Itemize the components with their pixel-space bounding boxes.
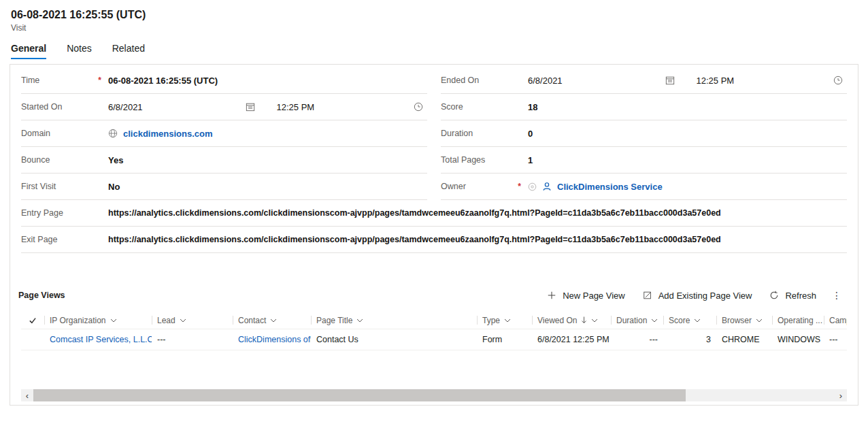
owner-link[interactable]: ClickDimensions Service <box>557 182 663 192</box>
page-title: 06-08-2021 16:25:55 (UTC) <box>11 9 857 21</box>
refresh-icon <box>769 291 779 300</box>
chevron-down-icon[interactable] <box>110 318 117 323</box>
column-header-type[interactable]: Type <box>477 312 532 329</box>
chevron-down-icon[interactable] <box>356 318 363 323</box>
visit-form: Time * 06-08-2021 16:25:55 (UTC) Started… <box>10 65 858 253</box>
field-total-pages: Total Pages 1 <box>441 147 847 174</box>
field-bounce: Bounce Yes <box>21 147 427 174</box>
field-label-domain: Domain <box>21 129 50 138</box>
checkmark-icon <box>29 316 37 325</box>
horizontal-scrollbar: ‹ › <box>21 389 847 401</box>
record-status-icon <box>528 182 537 191</box>
total-pages-value[interactable]: 1 <box>528 155 847 165</box>
chevron-down-icon[interactable] <box>651 318 658 323</box>
chevron-down-icon[interactable] <box>180 318 186 323</box>
select-all-column[interactable] <box>21 312 44 329</box>
column-header-page-title[interactable]: Page Title <box>311 312 477 329</box>
started-on-time-input[interactable]: 12:25 PM <box>277 102 428 112</box>
started-on-time-value[interactable]: 12:25 PM <box>277 102 315 112</box>
ended-on-time-value[interactable]: 12:25 PM <box>697 76 735 86</box>
field-exit-page: Exit Page https://analytics.clickdimensi… <box>21 227 847 253</box>
grid-empty-space <box>21 350 847 389</box>
new-page-view-button[interactable]: New Page View <box>539 288 633 303</box>
record-type-label: Visit <box>11 23 857 33</box>
field-score: Score 18 <box>441 94 847 120</box>
grid-header-row: IP Organization Lead Contact Page Title … <box>21 312 847 329</box>
field-label-time: Time <box>21 76 39 85</box>
contact-link[interactable]: ClickDimensions off <box>238 335 311 344</box>
field-label-started-on: Started On <box>21 102 62 112</box>
form-column-left: Time * 06-08-2021 16:25:55 (UTC) Started… <box>21 67 427 200</box>
column-header-campaign[interactable]: Campa <box>824 312 847 329</box>
page-views-title: Page Views <box>18 291 65 300</box>
column-header-operating-system[interactable]: Operating ... <box>772 312 824 329</box>
score-cell: 3 <box>706 335 711 344</box>
page-view-row[interactable]: Comcast IP Services, L.L.C. --- ClickDim… <box>21 329 847 350</box>
chevron-down-icon[interactable] <box>694 318 701 323</box>
duration-cell: --- <box>650 335 658 344</box>
column-header-ip-organization[interactable]: IP Organization <box>44 312 152 329</box>
column-header-duration[interactable]: Duration <box>611 312 663 329</box>
general-tab-content: Time * 06-08-2021 16:25:55 (UTC) Started… <box>10 64 858 406</box>
chevron-down-icon[interactable] <box>756 318 763 323</box>
tab-related[interactable]: Related <box>112 43 145 59</box>
plus-icon <box>547 291 556 300</box>
sort-descending-icon <box>581 316 587 324</box>
add-existing-page-view-button[interactable]: Add Existing Page View <box>635 288 760 303</box>
chevron-down-icon[interactable] <box>504 318 511 323</box>
started-on-date-input[interactable]: 6/8/2021 <box>108 102 259 112</box>
entry-page-value[interactable]: https://analytics.clickdimensions.com/cl… <box>108 208 847 218</box>
tab-general[interactable]: General <box>11 43 46 59</box>
field-label-duration: Duration <box>441 129 473 138</box>
clock-icon[interactable] <box>414 102 423 112</box>
column-header-score[interactable]: Score <box>663 312 716 329</box>
required-asterisk: * <box>518 182 528 191</box>
chevron-down-icon[interactable] <box>270 318 277 323</box>
operating-system-cell: WINDOWS <box>778 335 820 344</box>
field-label-first-visit: First Visit <box>21 182 56 191</box>
chevron-down-icon[interactable] <box>591 318 598 323</box>
row-select-checkbox[interactable] <box>21 329 44 350</box>
viewed-on-cell: 6/8/2021 12:25 PM <box>537 335 610 344</box>
calendar-icon[interactable] <box>246 102 255 112</box>
first-visit-value[interactable]: No <box>108 182 427 192</box>
ended-on-date-value[interactable]: 6/8/2021 <box>528 76 563 86</box>
field-label-owner: Owner <box>441 182 466 191</box>
duration-value[interactable]: 0 <box>528 129 847 139</box>
calendar-icon[interactable] <box>665 76 675 85</box>
form-fullwidth-rows: Entry Page https://analytics.clickdimens… <box>21 200 847 253</box>
type-cell: Form <box>482 335 502 344</box>
page-views-header: Page Views New Page View Add Existing Pa… <box>18 287 847 303</box>
bounce-value[interactable]: Yes <box>108 155 427 165</box>
time-value[interactable]: 06-08-2021 16:25:55 (UTC) <box>108 76 427 86</box>
refresh-button[interactable]: Refresh <box>762 288 824 303</box>
person-icon <box>542 182 552 191</box>
more-commands-button[interactable]: ⋮ <box>827 287 847 303</box>
column-header-viewed-on[interactable]: Viewed On <box>532 312 611 329</box>
clock-icon[interactable] <box>833 76 843 85</box>
page-views-grid: IP Organization Lead Contact Page Title … <box>21 312 847 389</box>
ip-organization-link[interactable]: Comcast IP Services, L.L.C. <box>50 335 152 344</box>
required-asterisk: * <box>98 76 108 85</box>
browser-cell: CHROME <box>722 335 760 344</box>
page-views-toolbar: New Page View Add Existing Page View Ref… <box>539 287 847 303</box>
field-label-total-pages: Total Pages <box>441 155 485 165</box>
domain-link[interactable]: clickdimensions.com <box>123 129 213 139</box>
scroll-left-button[interactable]: ‹ <box>21 389 33 401</box>
column-header-lead[interactable]: Lead <box>152 312 233 329</box>
started-on-date-value[interactable]: 6/8/2021 <box>108 102 143 112</box>
field-label-ended-on: Ended On <box>441 76 479 85</box>
ended-on-date-input[interactable]: 6/8/2021 <box>528 76 679 86</box>
scrollbar-thumb[interactable] <box>33 389 686 401</box>
column-header-browser[interactable]: Browser <box>716 312 772 329</box>
globe-icon <box>108 129 118 138</box>
field-ended-on: Ended On 6/8/2021 12:25 PM <box>441 67 847 94</box>
scrollbar-track[interactable] <box>686 389 835 401</box>
tab-notes[interactable]: Notes <box>67 43 92 59</box>
ended-on-time-input[interactable]: 12:25 PM <box>697 76 848 86</box>
score-value[interactable]: 18 <box>528 102 847 112</box>
exit-page-value[interactable]: https://analytics.clickdimensions.com/cl… <box>108 235 847 244</box>
scroll-right-button[interactable]: › <box>835 389 847 401</box>
column-header-contact[interactable]: Contact <box>233 312 311 329</box>
form-column-right: Ended On 6/8/2021 12:25 PM <box>441 67 847 200</box>
